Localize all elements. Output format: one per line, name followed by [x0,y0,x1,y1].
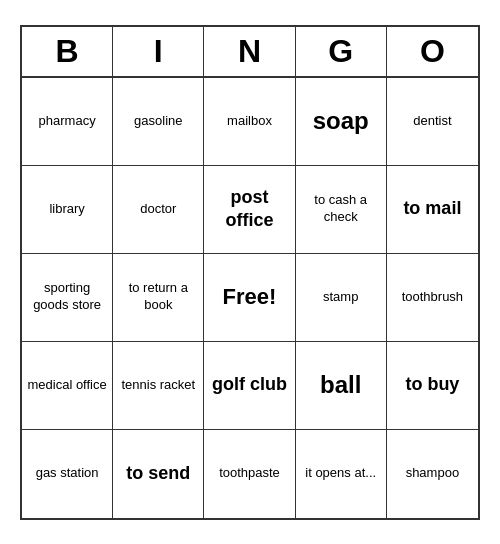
bingo-cell[interactable]: doctor [113,166,204,254]
bingo-cell[interactable]: to buy [387,342,478,430]
bingo-cell[interactable]: gas station [22,430,113,518]
bingo-cell[interactable]: stamp [296,254,387,342]
bingo-cell[interactable]: to return a book [113,254,204,342]
bingo-cell[interactable]: dentist [387,78,478,166]
header-letter: B [22,27,113,76]
bingo-card: BINGO pharmacygasolinemailboxsoapdentist… [20,25,480,520]
header-letter: O [387,27,478,76]
bingo-cell[interactable]: to mail [387,166,478,254]
bingo-cell[interactable]: medical office [22,342,113,430]
header-letter: G [296,27,387,76]
bingo-cell[interactable]: library [22,166,113,254]
bingo-cell[interactable]: sporting goods store [22,254,113,342]
bingo-cell[interactable]: soap [296,78,387,166]
bingo-cell[interactable]: ball [296,342,387,430]
bingo-cell[interactable]: post office [204,166,295,254]
bingo-cell[interactable]: to cash a check [296,166,387,254]
bingo-header: BINGO [22,27,478,78]
bingo-cell[interactable]: Free! [204,254,295,342]
header-letter: I [113,27,204,76]
bingo-cell[interactable]: toothbrush [387,254,478,342]
bingo-cell[interactable]: shampoo [387,430,478,518]
bingo-grid: pharmacygasolinemailboxsoapdentistlibrar… [22,78,478,518]
bingo-cell[interactable]: pharmacy [22,78,113,166]
bingo-cell[interactable]: tennis racket [113,342,204,430]
bingo-cell[interactable]: gasoline [113,78,204,166]
header-letter: N [204,27,295,76]
bingo-cell[interactable]: golf club [204,342,295,430]
bingo-cell[interactable]: to send [113,430,204,518]
bingo-cell[interactable]: it opens at... [296,430,387,518]
bingo-cell[interactable]: mailbox [204,78,295,166]
bingo-cell[interactable]: toothpaste [204,430,295,518]
